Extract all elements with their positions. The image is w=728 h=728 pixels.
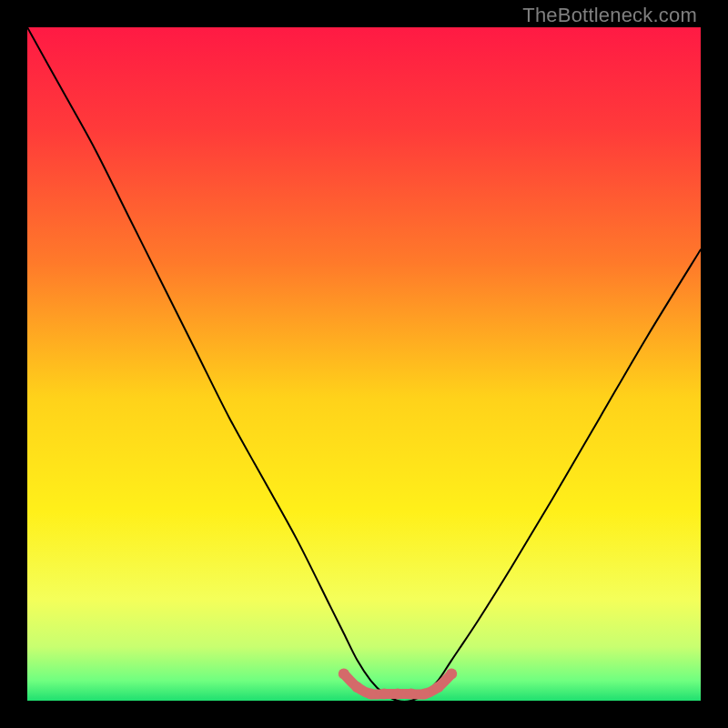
svg-point-8 (432, 682, 443, 693)
svg-point-2 (352, 682, 363, 693)
svg-point-5 (392, 689, 403, 700)
watermark-text: TheBottleneck.com (522, 4, 697, 27)
svg-point-1 (339, 668, 349, 679)
svg-point-7 (420, 689, 430, 700)
svg-point-4 (379, 689, 389, 700)
svg-point-6 (406, 689, 417, 700)
svg-point-3 (365, 689, 376, 700)
plot-area (27, 27, 701, 701)
curve-layer (27, 27, 701, 701)
flat-region-dots (339, 668, 457, 699)
bottleneck-curve (27, 27, 701, 701)
svg-point-9 (446, 668, 457, 679)
chart-frame: TheBottleneck.com (0, 0, 728, 728)
